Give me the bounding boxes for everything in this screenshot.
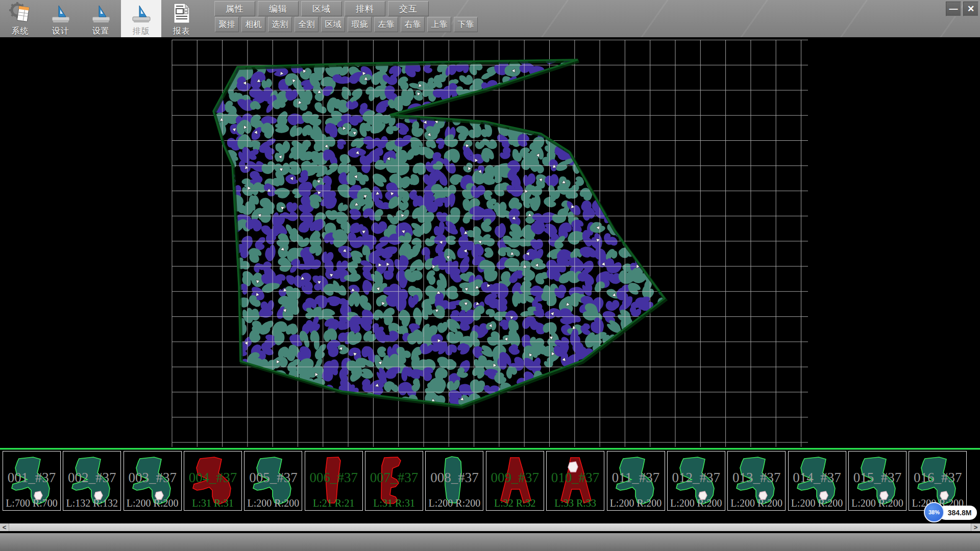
titlebar-texture bbox=[424, 0, 965, 37]
scroll-right-arrow[interactable]: > bbox=[971, 523, 980, 531]
nav-icon-bar: 系统设计设置排版报表 bbox=[0, 0, 202, 37]
part-id-label: 013_#37 bbox=[728, 470, 785, 486]
minimize-button[interactable]: — bbox=[946, 2, 961, 16]
parts-strip: 001_#37L:700 R:700002_#37L:132 R:132003_… bbox=[0, 448, 980, 551]
menu-button-5[interactable]: 交互 bbox=[388, 1, 429, 16]
application-window: 系统设计设置排版报表 属性编辑区域排料交互 聚排相机选割全割区域瑕疵左靠右靠上靠… bbox=[0, 0, 980, 551]
part-id-label: 004_#37 bbox=[184, 470, 241, 486]
part-thumbnail[interactable]: 004_#37L:31 R:31 bbox=[184, 451, 242, 511]
nesting-layout-drawing bbox=[0, 37, 980, 448]
part-count-label: L:700 R:700 bbox=[3, 497, 60, 509]
part-thumbnail[interactable]: 009_#37L:32 R:32 bbox=[486, 451, 544, 511]
nested-pieces-texture bbox=[203, 44, 672, 418]
part-id-label: 008_#37 bbox=[426, 470, 483, 486]
design-ruler-icon bbox=[49, 2, 72, 25]
part-count-label: L:200 R:200 bbox=[849, 497, 906, 509]
strip-top-border bbox=[0, 448, 980, 449]
part-count-label: L:200 R:200 bbox=[426, 497, 483, 509]
nav-icon-label: 排版 bbox=[133, 26, 150, 37]
menu-bar: 属性编辑区域排料交互 bbox=[214, 1, 431, 16]
status-indicator: 384.8M 38% bbox=[924, 502, 980, 523]
part-count-label: L:132 R:132 bbox=[63, 497, 120, 509]
tool-button-2[interactable]: 相机 bbox=[241, 17, 265, 32]
tool-button-9[interactable]: 上靠 bbox=[427, 17, 451, 32]
part-thumbnail[interactable]: 007_#37L:31 R:31 bbox=[365, 451, 423, 511]
nav-icon-3[interactable]: 设置 bbox=[81, 0, 121, 37]
part-thumbnail[interactable]: 008_#37L:200 R:200 bbox=[425, 451, 483, 511]
part-id-label: 005_#37 bbox=[244, 470, 302, 486]
tool-button-5[interactable]: 区域 bbox=[321, 17, 345, 32]
part-thumbnail[interactable]: 005_#37L:200 R:200 bbox=[244, 451, 302, 511]
part-id-label: 006_#37 bbox=[305, 470, 362, 486]
nav-icon-5[interactable]: 报表 bbox=[161, 0, 202, 37]
part-id-label: 002_#37 bbox=[63, 470, 120, 486]
menu-button-3[interactable]: 区域 bbox=[301, 1, 342, 16]
report-document-icon bbox=[170, 2, 193, 25]
part-id-label: 003_#37 bbox=[124, 470, 181, 486]
window-controls: — ✕ bbox=[944, 2, 978, 16]
nav-icon-label: 设置 bbox=[92, 26, 110, 37]
nav-icon-4[interactable]: 排版 bbox=[121, 0, 161, 37]
tool-button-8[interactable]: 右靠 bbox=[401, 17, 425, 32]
nav-icon-label: 报表 bbox=[173, 26, 190, 37]
system-gear-icon bbox=[9, 2, 32, 25]
progress-percent-badge: 38% bbox=[924, 502, 944, 522]
part-thumbnail[interactable]: 011_#37L:200 R:200 bbox=[607, 451, 665, 511]
menu-button-4[interactable]: 排料 bbox=[345, 1, 385, 16]
part-thumbnail[interactable]: 015_#37L:200 R:200 bbox=[848, 451, 906, 511]
menu-button-1[interactable]: 属性 bbox=[214, 1, 255, 16]
part-id-label: 010_#37 bbox=[547, 470, 604, 486]
nav-icon-label: 设计 bbox=[52, 26, 69, 37]
scroll-left-arrow[interactable]: < bbox=[0, 523, 9, 531]
part-thumbnail[interactable]: 006_#37L:21 R:21 bbox=[305, 451, 363, 511]
part-count-label: L:31 R:31 bbox=[184, 497, 241, 509]
part-count-label: L:31 R:31 bbox=[365, 497, 423, 509]
part-count-label: L:32 R:32 bbox=[486, 497, 544, 509]
settings-ruler-icon bbox=[89, 2, 113, 25]
window-bottom-edge bbox=[0, 533, 980, 551]
part-count-label: L:200 R:200 bbox=[124, 497, 181, 509]
part-thumbnail[interactable]: 010_#37L:33 R:33 bbox=[546, 451, 604, 511]
nav-icon-2[interactable]: 设计 bbox=[40, 0, 81, 37]
part-id-label: 011_#37 bbox=[607, 470, 665, 486]
toolbar: 系统设计设置排版报表 属性编辑区域排料交互 聚排相机选割全割区域瑕疵左靠右靠上靠… bbox=[0, 0, 980, 38]
part-thumbnail[interactable]: 002_#37L:132 R:132 bbox=[63, 451, 121, 511]
nav-icon-label: 系统 bbox=[12, 26, 29, 37]
tool-button-6[interactable]: 瑕疵 bbox=[348, 17, 372, 32]
tool-button-4[interactable]: 全割 bbox=[295, 17, 318, 32]
part-count-label: L:21 R:21 bbox=[305, 497, 362, 509]
part-id-label: 015_#37 bbox=[849, 470, 906, 486]
part-count-label: L:200 R:200 bbox=[244, 497, 302, 509]
close-button[interactable]: ✕ bbox=[963, 2, 978, 16]
part-id-label: 007_#37 bbox=[365, 470, 423, 486]
part-count-label: L:33 R:33 bbox=[547, 497, 604, 509]
nav-icon-1[interactable]: 系统 bbox=[0, 0, 40, 37]
part-thumbnail[interactable]: 014_#37L:200 R:200 bbox=[788, 451, 846, 511]
tool-button-7[interactable]: 左靠 bbox=[374, 17, 398, 32]
part-count-label: L:200 R:200 bbox=[789, 497, 846, 509]
part-count-label: L:200 R:200 bbox=[728, 497, 785, 509]
part-thumbnail[interactable]: 012_#37L:200 R:200 bbox=[667, 451, 725, 511]
menu-button-2[interactable]: 编辑 bbox=[258, 1, 299, 16]
part-id-label: 001_#37 bbox=[3, 470, 60, 486]
part-thumbnail[interactable]: 001_#37L:700 R:700 bbox=[3, 451, 61, 511]
part-thumbnail[interactable]: 013_#37L:200 R:200 bbox=[727, 451, 786, 511]
tool-button-bar: 聚排相机选割全割区域瑕疵左靠右靠上靠下靠 bbox=[215, 17, 480, 32]
part-id-label: 014_#37 bbox=[789, 470, 846, 486]
part-count-label: L:200 R:200 bbox=[607, 497, 665, 509]
part-thumbnail-list: 001_#37L:700 R:700002_#37L:132 R:132003_… bbox=[0, 451, 980, 511]
part-thumbnail[interactable]: 003_#37L:200 R:200 bbox=[124, 451, 182, 511]
part-id-label: 016_#37 bbox=[909, 470, 966, 486]
part-id-label: 012_#37 bbox=[668, 470, 725, 486]
nesting-ruler-icon bbox=[130, 2, 153, 25]
horizontal-scrollbar[interactable]: < > bbox=[0, 523, 980, 531]
nesting-canvas[interactable] bbox=[0, 37, 980, 448]
tool-button-3[interactable]: 选割 bbox=[268, 17, 292, 32]
part-count-label: L:200 R:200 bbox=[668, 497, 725, 509]
part-id-label: 009_#37 bbox=[486, 470, 544, 486]
tool-button-10[interactable]: 下靠 bbox=[454, 17, 478, 32]
tool-button-1[interactable]: 聚排 bbox=[215, 17, 239, 32]
